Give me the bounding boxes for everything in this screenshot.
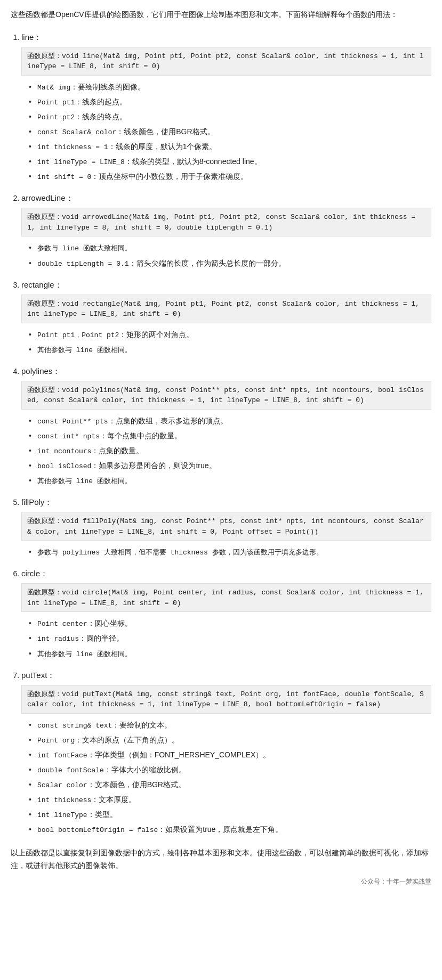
- params-list-rectangle: Point pt1，Point pt2：矩形的两个对角点。其他参数与 line …: [21, 328, 431, 357]
- section-line: line：函数原型：void line(Mat& img, Point pt1,…: [21, 31, 431, 185]
- sections-list: line：函数原型：void line(Mat& img, Point pt1,…: [11, 31, 431, 838]
- param-item: int shift = 0：顶点坐标中的小数位数，用于子像素准确度。: [27, 169, 431, 184]
- section-rectangle: rectangle：函数原型：void rectangle(Mat& img, …: [21, 279, 431, 357]
- param-item: 其他参数与 line 函数相同。: [27, 647, 431, 662]
- section-fillPoly: fillPoly：函数原型：void fillPoly(Mat& img, co…: [21, 496, 431, 560]
- param-desc: ：如果设置为true，原点就是左下角。: [158, 825, 283, 834]
- param-item: double fontScale：字体大小的缩放比例。: [27, 763, 431, 778]
- params-list-arrowedLine: 参数与 line 函数大致相同。double tipLength = 0.1：箭…: [21, 241, 431, 271]
- footer-text: 以上函数都是以直接复制到图像数据中的方式，绘制各种基本图形和文本。使用这些函数，…: [11, 847, 431, 872]
- param-desc: ：点集的数组，表示多边形的顶点。: [108, 416, 228, 425]
- section-title-circle: circle：: [21, 567, 431, 580]
- param-code: Point pt2: [37, 113, 75, 121]
- param-item: double tipLength = 0.1：箭头尖端的长度，作为箭头总长度的一…: [27, 256, 431, 271]
- param-desc: ：圆的半径。: [79, 634, 124, 642]
- param-code: bool isClosed: [37, 462, 91, 470]
- param-desc: ：要绘制的文本。: [112, 721, 172, 729]
- param-item: 其他参数与 line 函数相同。: [27, 342, 431, 357]
- param-code: double tipLength = 0.1: [37, 260, 129, 268]
- section-circle: circle：函数原型：void circle(Mat& img, Point …: [21, 567, 431, 661]
- param-item: bool isClosed：如果多边形是闭合的，则设为true。: [27, 459, 431, 473]
- param-code: Point pt1: [37, 99, 75, 107]
- param-desc: ：箭头尖端的长度，作为箭头总长度的一部分。: [129, 259, 286, 267]
- param-code: 其他参数与 line 函数相同。: [37, 650, 132, 658]
- section-title-line: line：: [21, 31, 431, 44]
- param-desc: ：文本厚度。: [91, 795, 136, 804]
- param-desc: ：要绘制线条的图像。: [70, 83, 145, 91]
- params-list-putText: const string& text：要绘制的文本。Point org：文本的原…: [21, 718, 431, 838]
- param-desc: ：点集的数量。: [91, 446, 143, 455]
- param-desc: ：线条的终点。: [75, 112, 127, 121]
- param-code: const int* npts: [37, 432, 100, 440]
- params-list-line: Mat& img：要绘制线条的图像。Point pt1：线条的起点。Point …: [21, 80, 431, 185]
- param-code: double fontScale: [37, 766, 104, 774]
- param-desc: ：线条的类型，默认为8-connected line。: [125, 157, 262, 166]
- param-item: 参数与 polylines 大致相同，但不需要 thickness 参数，因为该…: [27, 545, 431, 560]
- param-desc: ：圆心坐标。: [87, 619, 132, 627]
- param-desc: ：字体大小的缩放比例。: [104, 765, 186, 774]
- param-code: Mat& img: [37, 84, 70, 92]
- section-signature-polylines: 函数原型：void polylines(Mat& img, const Poin…: [21, 381, 431, 410]
- param-item: int radius：圆的半径。: [27, 631, 431, 646]
- param-code: int shift = 0: [37, 173, 91, 181]
- param-code: Scalar color: [37, 781, 87, 789]
- param-code: int thickness: [37, 796, 91, 804]
- param-code: Point org: [37, 737, 75, 745]
- param-code: Point pt1，Point pt2: [37, 331, 119, 339]
- param-desc: ：矩形的两个对角点。: [119, 330, 194, 339]
- footer-note: 公众号：十年一梦实战堂: [11, 877, 431, 887]
- param-item: const Scalar& color：线条颜色，使用BGR格式。: [27, 125, 431, 140]
- param-desc: ：顶点坐标中的小数位数，用于子像素准确度。: [91, 172, 248, 181]
- section-putText: putText：函数原型：void putText(Mat& img, cons…: [21, 669, 431, 838]
- param-desc: ：字体类型（例如：FONT_HERSHEY_COMPLEX）。: [87, 750, 271, 759]
- param-item: Point pt1，Point pt2：矩形的两个对角点。: [27, 328, 431, 342]
- params-list-polylines: const Point** pts：点集的数组，表示多边形的顶点。const i…: [21, 414, 431, 488]
- param-code: 其他参数与 line 函数相同。: [37, 346, 132, 354]
- param-desc: ：每个点集中点的数量。: [100, 431, 182, 440]
- section-title-rectangle: rectangle：: [21, 279, 431, 291]
- section-title-fillPoly: fillPoly：: [21, 496, 431, 509]
- section-title-arrowedLine: arrowedLine：: [21, 192, 431, 205]
- param-item: Scalar color：文本颜色，使用BGR格式。: [27, 778, 431, 793]
- param-item: 其他参数与 line 函数相同。: [27, 473, 431, 488]
- param-item: bool bottomLeftOrigin = false：如果设置为true，…: [27, 822, 431, 837]
- section-signature-line: 函数原型：void line(Mat& img, Point pt1, Poin…: [21, 47, 431, 76]
- section-signature-fillPoly: 函数原型：void fillPoly(Mat& img, const Point…: [21, 512, 431, 541]
- param-code: 参数与 polylines 大致相同，但不需要 thickness 参数，因为该…: [37, 549, 323, 557]
- section-title-polylines: polylines：: [21, 365, 431, 378]
- param-desc: ：类型。: [87, 810, 117, 819]
- section-arrowedLine: arrowedLine：函数原型：void arrowedLine(Mat& i…: [21, 192, 431, 271]
- param-code: Point center: [37, 620, 87, 628]
- param-code: const string& text: [37, 722, 112, 730]
- param-item: Point org：文本的原点（左下角的点）。: [27, 733, 431, 748]
- param-desc: ：文本颜色，使用BGR格式。: [87, 780, 186, 789]
- section-polylines: polylines：函数原型：void polylines(Mat& img, …: [21, 365, 431, 488]
- param-item: const string& text：要绘制的文本。: [27, 718, 431, 733]
- param-item: Mat& img：要绘制线条的图像。: [27, 80, 431, 95]
- param-desc: ：线条的厚度，默认为1个像素。: [108, 142, 217, 151]
- param-desc: ：线条颜色，使用BGR格式。: [116, 127, 214, 136]
- param-item: Point pt1：线条的起点。: [27, 95, 431, 110]
- param-code: 参数与 line 函数大致相同。: [37, 244, 132, 252]
- param-code: 其他参数与 line 函数相同。: [37, 477, 132, 485]
- param-desc: ：文本的原点（左下角的点）。: [75, 736, 179, 744]
- param-code: int radius: [37, 635, 79, 643]
- param-item: Point pt2：线条的终点。: [27, 110, 431, 125]
- param-item: const int* npts：每个点集中点的数量。: [27, 429, 431, 444]
- param-desc: ：线条的起点。: [75, 97, 127, 106]
- param-code: const Scalar& color: [37, 128, 116, 136]
- param-item: int lineType：类型。: [27, 807, 431, 822]
- params-list-fillPoly: 参数与 polylines 大致相同，但不需要 thickness 参数，因为该…: [21, 545, 431, 560]
- param-code: int ncontours: [37, 447, 91, 455]
- section-signature-circle: 函数原型：void circle(Mat& img, Point center,…: [21, 583, 431, 612]
- param-item: int thickness：文本厚度。: [27, 793, 431, 807]
- param-item: Point center：圆心坐标。: [27, 616, 431, 631]
- param-code: int lineType = LINE_8: [37, 158, 125, 166]
- param-code: int fontFace: [37, 752, 87, 760]
- param-code: bool bottomLeftOrigin = false: [37, 826, 158, 834]
- section-title-putText: putText：: [21, 669, 431, 682]
- section-signature-putText: 函数原型：void putText(Mat& img, const string…: [21, 685, 431, 714]
- params-list-circle: Point center：圆心坐标。int radius：圆的半径。其他参数与 …: [21, 616, 431, 661]
- intro-text: 这些函数都是OpenCV库提供的绘图函数，它们用于在图像上绘制基本图形和文本。下…: [11, 9, 431, 21]
- param-desc: ：如果多边形是闭合的，则设为true。: [91, 461, 216, 470]
